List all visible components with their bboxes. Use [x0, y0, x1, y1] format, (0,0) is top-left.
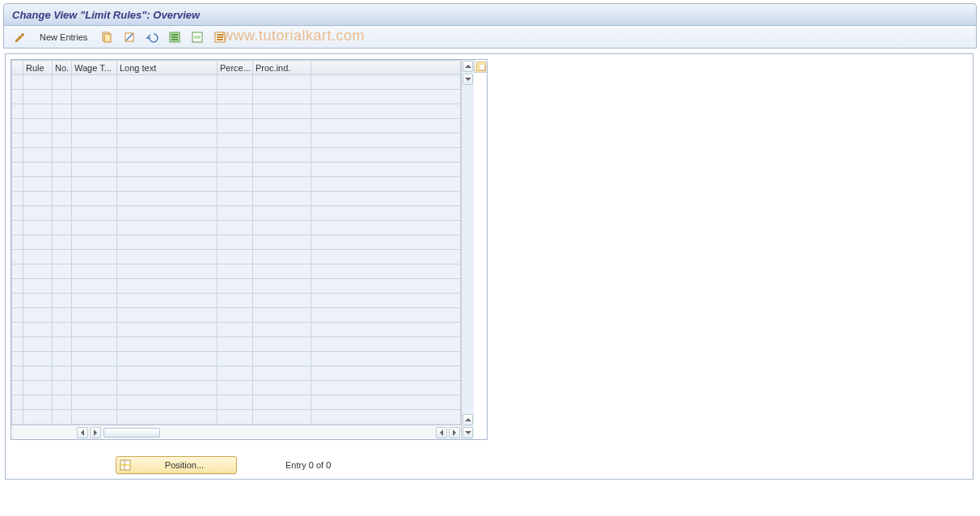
row-selector[interactable]	[12, 104, 23, 119]
cell[interactable]	[218, 410, 253, 425]
cell[interactable]	[23, 381, 53, 395]
hscroll-left-first-button[interactable]	[77, 427, 88, 438]
row-selector[interactable]	[12, 192, 23, 206]
cell[interactable]	[253, 206, 311, 221]
cell[interactable]	[117, 133, 218, 148]
cell[interactable]	[117, 119, 218, 133]
cell[interactable]	[253, 323, 311, 337]
cell[interactable]	[72, 90, 117, 104]
cell[interactable]	[72, 410, 117, 425]
cell[interactable]	[117, 250, 218, 264]
cell[interactable]	[53, 308, 72, 323]
select-all-header[interactable]	[12, 61, 23, 75]
cell[interactable]	[23, 337, 53, 352]
cell[interactable]	[23, 148, 53, 163]
cell[interactable]	[72, 294, 117, 308]
cell[interactable]	[72, 119, 117, 133]
table-settings-button[interactable]	[474, 60, 487, 73]
hscroll-thumb[interactable]	[103, 428, 160, 438]
cell[interactable]	[218, 133, 253, 148]
cell[interactable]	[72, 75, 117, 90]
cell[interactable]	[253, 163, 311, 177]
row-selector[interactable]	[12, 395, 23, 410]
cell[interactable]	[218, 279, 253, 294]
cell[interactable]	[117, 395, 218, 410]
cell[interactable]	[117, 235, 218, 250]
cell[interactable]	[117, 206, 218, 221]
select-all-button[interactable]	[165, 29, 184, 45]
col-header-proc-ind[interactable]: Proc.ind.	[253, 61, 311, 75]
cell[interactable]	[117, 148, 218, 163]
row-selector[interactable]	[12, 279, 23, 294]
cell[interactable]	[218, 294, 253, 308]
cell[interactable]	[253, 221, 311, 235]
cell[interactable]	[72, 235, 117, 250]
cell[interactable]	[218, 221, 253, 235]
select-block-button[interactable]	[188, 29, 207, 45]
cell[interactable]	[218, 250, 253, 264]
cell[interactable]	[253, 250, 311, 264]
cell[interactable]	[117, 366, 218, 381]
cell[interactable]	[72, 366, 117, 381]
row-selector[interactable]	[12, 337, 23, 352]
cell[interactable]	[117, 337, 218, 352]
cell[interactable]	[23, 90, 53, 104]
row-selector[interactable]	[12, 133, 23, 148]
col-header-rule[interactable]: Rule	[23, 61, 53, 75]
cell[interactable]	[218, 75, 253, 90]
copy-as-button[interactable]	[97, 29, 116, 45]
cell[interactable]	[117, 308, 218, 323]
col-header-percentage[interactable]: Perce...	[218, 61, 253, 75]
cell[interactable]	[218, 366, 253, 381]
col-header-long-text[interactable]: Long text	[117, 61, 218, 75]
cell[interactable]	[218, 163, 253, 177]
cell[interactable]	[72, 395, 117, 410]
cell[interactable]	[72, 104, 117, 119]
cell[interactable]	[253, 337, 311, 352]
cell[interactable]	[218, 206, 253, 221]
cell[interactable]	[72, 192, 117, 206]
cell[interactable]	[218, 119, 253, 133]
hscroll-right-last-button[interactable]	[449, 427, 460, 438]
cell[interactable]	[53, 163, 72, 177]
cell[interactable]	[218, 308, 253, 323]
delete-button[interactable]	[120, 29, 139, 45]
cell[interactable]	[23, 264, 53, 279]
cell[interactable]	[23, 279, 53, 294]
cell[interactable]	[253, 352, 311, 366]
cell[interactable]	[23, 119, 53, 133]
cell[interactable]	[218, 192, 253, 206]
cell[interactable]	[72, 337, 117, 352]
cell[interactable]	[253, 294, 311, 308]
row-selector[interactable]	[12, 235, 23, 250]
cell[interactable]	[253, 90, 311, 104]
cell[interactable]	[253, 133, 311, 148]
cell[interactable]	[72, 279, 117, 294]
cell[interactable]	[218, 264, 253, 279]
cell[interactable]	[117, 264, 218, 279]
vscroll-up-page-button[interactable]	[463, 414, 473, 425]
cell[interactable]	[218, 104, 253, 119]
cell[interactable]	[117, 381, 218, 395]
cell[interactable]	[218, 337, 253, 352]
cell[interactable]	[53, 90, 72, 104]
cell[interactable]	[253, 235, 311, 250]
cell[interactable]	[72, 308, 117, 323]
row-selector[interactable]	[12, 366, 23, 381]
cell[interactable]	[53, 192, 72, 206]
cell[interactable]	[53, 279, 72, 294]
cell[interactable]	[72, 148, 117, 163]
cell[interactable]	[53, 294, 72, 308]
cell[interactable]	[117, 90, 218, 104]
cell[interactable]	[218, 381, 253, 395]
cell[interactable]	[23, 104, 53, 119]
deselect-all-button[interactable]	[210, 29, 230, 45]
cell[interactable]	[72, 323, 117, 337]
row-selector[interactable]	[12, 206, 23, 221]
row-selector[interactable]	[12, 90, 23, 104]
cell[interactable]	[23, 192, 53, 206]
row-selector[interactable]	[12, 221, 23, 235]
cell[interactable]	[117, 323, 218, 337]
cell[interactable]	[253, 119, 311, 133]
cell[interactable]	[253, 366, 311, 381]
